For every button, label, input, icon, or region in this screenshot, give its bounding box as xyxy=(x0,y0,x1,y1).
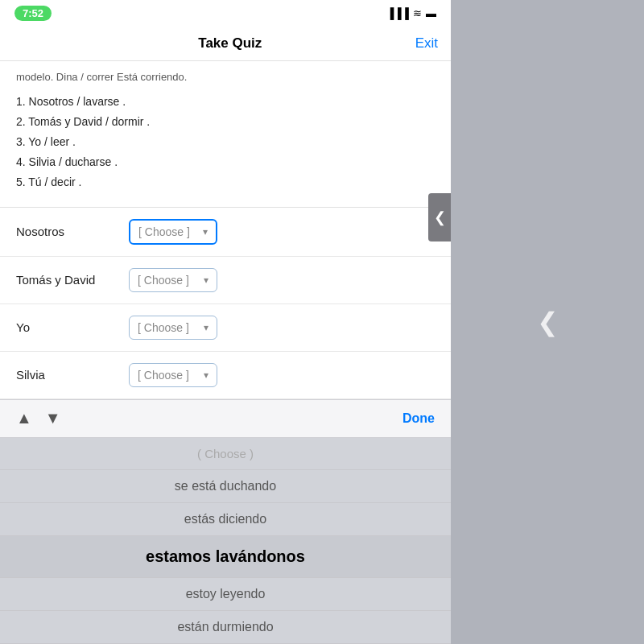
exit-button[interactable]: Exit xyxy=(415,35,438,52)
dropdown-arrow-4: ▾ xyxy=(204,369,208,381)
toolbar: ▲ ▼ Done xyxy=(0,399,451,438)
nav-bar: Take Quiz Exit xyxy=(0,26,451,61)
prev-button[interactable]: ▲ xyxy=(16,409,32,427)
picker-item-5[interactable]: están durmiendo xyxy=(0,611,451,644)
picker-item-2[interactable]: estás diciendo xyxy=(0,503,451,536)
question-rows: Nosotros [ Choose ] ▾ Tomás y David [ Ch… xyxy=(0,208,451,399)
signal-icon: ▐▐▐ xyxy=(386,7,409,19)
right-chevron-icon[interactable]: ❮ xyxy=(537,307,559,337)
right-panel: ❮ xyxy=(451,0,644,644)
choose-dropdown-1[interactable]: [ Choose ] ▾ xyxy=(129,219,217,245)
picker-item-4[interactable]: estoy leyendo xyxy=(0,578,451,611)
status-bar: 7:52 ▐▐▐ ≋ ▬ xyxy=(0,0,451,26)
model-text: modelo. Dina / correr Está corriendo. xyxy=(16,69,435,85)
question-row-3: Yo [ Choose ] ▾ xyxy=(0,304,451,352)
question-label-1: Nosotros xyxy=(16,225,129,238)
instruction-item-2: 2. Tomás y David / dormir . xyxy=(16,114,435,130)
question-row-2: Tomás y David [ Choose ] ▾ xyxy=(0,257,451,304)
wifi-icon: ≋ xyxy=(413,7,422,19)
instruction-item-4: 4. Silvia / ducharse . xyxy=(16,154,435,171)
picker-overlay: ( Choose ) se está duchando estás dicien… xyxy=(0,438,451,644)
instruction-item-5: 5. Tú / decir . xyxy=(16,174,435,191)
toolbar-nav: ▲ ▼ xyxy=(16,409,61,427)
status-icons: ▐▐▐ ≋ ▬ xyxy=(386,7,436,19)
next-button[interactable]: ▼ xyxy=(45,409,61,427)
instruction-item-3: 3. Yo / leer . xyxy=(16,134,435,151)
instruction-item-1: 1. Nosotros / lavarse . xyxy=(16,93,435,110)
question-label-4: Silvia xyxy=(16,368,129,382)
choose-text-1: [ Choose ] xyxy=(138,225,198,238)
done-button[interactable]: Done xyxy=(402,411,435,426)
picker-item-placeholder[interactable]: ( Choose ) xyxy=(0,438,451,470)
nav-title: Take Quiz xyxy=(198,35,262,52)
question-label-2: Tomás y David xyxy=(16,273,129,287)
dropdown-arrow-1: ▾ xyxy=(203,226,208,237)
choose-text-3: [ Choose ] xyxy=(138,321,199,334)
choose-text-2: [ Choose ] xyxy=(138,274,199,287)
instructions-list: 1. Nosotros / lavarse . 2. Tomás y David… xyxy=(16,93,435,191)
choose-dropdown-4[interactable]: [ Choose ] ▾ xyxy=(129,363,217,387)
battery-icon: ▬ xyxy=(426,7,436,19)
picker-item-3-selected[interactable]: estamos lavándonos xyxy=(0,536,451,578)
choose-dropdown-2[interactable]: [ Choose ] ▾ xyxy=(129,268,217,292)
chevron-left-icon: ❮ xyxy=(434,208,446,226)
instructions-box: modelo. Dina / correr Está corriendo. 1.… xyxy=(0,61,451,208)
side-chevron-left[interactable]: ❮ xyxy=(428,193,451,242)
choose-text-4: [ Choose ] xyxy=(138,369,199,382)
dropdown-arrow-2: ▾ xyxy=(204,275,208,286)
status-time: 7:52 xyxy=(14,6,52,21)
question-row-4: Silvia [ Choose ] ▾ xyxy=(0,352,451,399)
phone-frame: 7:52 ▐▐▐ ≋ ▬ Take Quiz Exit modelo. Dina… xyxy=(0,0,451,644)
choose-dropdown-3[interactable]: [ Choose ] ▾ xyxy=(129,316,217,340)
question-label-3: Yo xyxy=(16,320,129,334)
dropdown-arrow-3: ▾ xyxy=(204,322,208,333)
picker-item-1[interactable]: se está duchando xyxy=(0,470,451,503)
question-row-1: Nosotros [ Choose ] ▾ xyxy=(0,208,451,257)
